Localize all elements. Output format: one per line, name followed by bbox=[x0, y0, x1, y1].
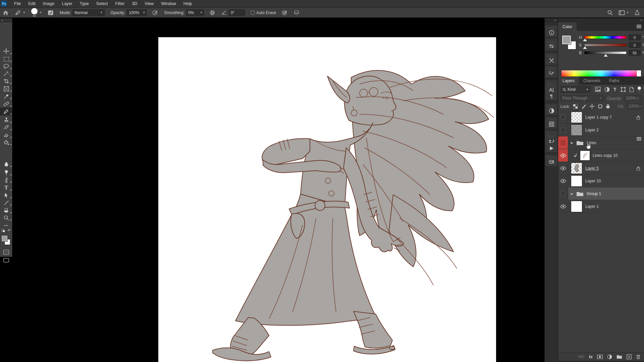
new-group-icon[interactable] bbox=[616, 355, 622, 359]
filter-adjustment-layers-icon[interactable] bbox=[604, 87, 610, 92]
brush-preset-picker[interactable]: 60 ▼ bbox=[29, 8, 45, 17]
actions-play-icon[interactable] bbox=[549, 146, 554, 151]
tool-object-selection[interactable] bbox=[0, 70, 12, 77]
swatches-panel-button[interactable] bbox=[545, 117, 557, 128]
tool-path-selection[interactable] bbox=[0, 191, 12, 199]
delete-layer-icon[interactable] bbox=[636, 354, 641, 359]
toolbar-grip[interactable] bbox=[0, 22, 12, 24]
menu-help[interactable]: Help bbox=[180, 0, 196, 7]
layer-filter-toggle[interactable] bbox=[637, 86, 641, 93]
foreground-color-swatch[interactable] bbox=[2, 236, 7, 241]
tool-clone-stamp[interactable] bbox=[0, 116, 12, 124]
quick-mask-button[interactable] bbox=[0, 248, 12, 256]
tool-zoom[interactable] bbox=[0, 214, 12, 222]
visibility-toggle[interactable] bbox=[558, 111, 568, 123]
tool-blur[interactable] bbox=[0, 160, 12, 168]
share-icon[interactable] bbox=[634, 10, 640, 16]
layer-thumbnail[interactable] bbox=[580, 150, 590, 161]
group-row[interactable]: ▶ Lines bbox=[558, 136, 644, 149]
menu-3d[interactable]: 3D bbox=[128, 0, 141, 7]
default-colors-icon[interactable] bbox=[1, 229, 5, 233]
tool-rotate-view[interactable] bbox=[0, 206, 12, 214]
group-row[interactable]: ▶ Group 1 bbox=[558, 187, 644, 200]
toggle-brush-panel-button[interactable] bbox=[45, 8, 57, 17]
visibility-toggle[interactable] bbox=[558, 149, 568, 162]
group-expand-chevron[interactable]: ▶ bbox=[571, 192, 573, 195]
layer-name[interactable]: Layer 10 bbox=[585, 179, 601, 183]
menu-filter[interactable]: Filter bbox=[112, 0, 128, 7]
menu-type[interactable]: Type bbox=[76, 0, 93, 7]
saturation-slider-thumb[interactable] bbox=[583, 46, 587, 49]
layer-row[interactable]: Lines copy 10 bbox=[558, 149, 644, 162]
menu-image[interactable]: Image bbox=[39, 0, 58, 7]
menu-window[interactable]: Window bbox=[157, 0, 179, 7]
tab-layers[interactable]: Layers bbox=[558, 76, 579, 85]
brush-settings-panel-button[interactable] bbox=[545, 39, 557, 50]
menu-select[interactable]: Select bbox=[93, 0, 112, 7]
layer-thumbnail[interactable] bbox=[571, 175, 582, 187]
auto-erase-checkbox[interactable] bbox=[251, 11, 255, 15]
tool-frame[interactable] bbox=[0, 85, 12, 93]
tool-move[interactable] bbox=[0, 47, 12, 55]
add-layer-mask-icon[interactable] bbox=[597, 355, 603, 359]
visibility-toggle[interactable] bbox=[558, 175, 568, 187]
tool-spot-healing-brush[interactable] bbox=[0, 100, 12, 108]
new-adjustment-layer-icon[interactable] bbox=[607, 354, 612, 359]
brushes-panel-button[interactable] bbox=[545, 66, 557, 77]
tool-history-brush[interactable] bbox=[0, 123, 12, 131]
fill-input[interactable]: 100% ▼ bbox=[627, 103, 641, 109]
screen-mode-button[interactable] bbox=[0, 256, 12, 264]
tool-rectangular-marquee[interactable] bbox=[0, 55, 12, 63]
toolbar-collapse-button[interactable]: » bbox=[0, 18, 12, 22]
layer-thumbnail[interactable] bbox=[571, 124, 582, 136]
layer-name[interactable]: Layer 1 bbox=[585, 204, 599, 209]
group-name[interactable]: Group 1 bbox=[587, 191, 601, 196]
panels-collapse-button[interactable]: » bbox=[558, 18, 644, 22]
layer-thumbnail[interactable] bbox=[571, 163, 582, 174]
layer-name[interactable]: Lines copy 10 bbox=[593, 153, 618, 158]
character-panel-button[interactable]: A| bbox=[549, 86, 554, 93]
photoshop-logo[interactable]: Ps bbox=[1, 1, 7, 7]
visibility-toggle[interactable] bbox=[558, 124, 568, 136]
smoothing-input[interactable]: 0% bbox=[186, 9, 199, 16]
tool-pencil[interactable] bbox=[0, 108, 12, 115]
workspace-switcher[interactable]: ▼ bbox=[619, 10, 629, 15]
dock-collapse-button[interactable]: « bbox=[545, 18, 558, 22]
layer-row[interactable]: Layer 10 bbox=[558, 175, 644, 187]
lock-artboard-icon[interactable] bbox=[598, 104, 603, 109]
info-panel-button[interactable] bbox=[545, 25, 557, 37]
link-layers-icon[interactable] bbox=[578, 355, 584, 359]
opacity-dropdown[interactable]: ▼ bbox=[142, 9, 147, 16]
menu-file[interactable]: File bbox=[10, 0, 24, 7]
new-layer-icon[interactable] bbox=[627, 354, 632, 359]
blend-mode-select[interactable]: Normal ▼ bbox=[72, 9, 105, 16]
tool-eraser[interactable] bbox=[0, 131, 12, 139]
tab-channels[interactable]: Channels bbox=[579, 76, 605, 85]
brightness-slider-thumb[interactable] bbox=[604, 54, 608, 57]
saturation-value[interactable]: 0 bbox=[629, 42, 641, 48]
tool-pen[interactable] bbox=[0, 176, 12, 184]
layer-row[interactable]: Layer 1 copy 7 bbox=[558, 111, 644, 124]
brush-angle-input[interactable]: 0° bbox=[229, 9, 245, 16]
blend-mode-select[interactable]: Pass Through ▼ bbox=[560, 95, 604, 101]
history-icon[interactable] bbox=[549, 138, 554, 143]
group-expand-chevron[interactable]: ▶ bbox=[571, 141, 573, 144]
paint-symmetry-button[interactable] bbox=[290, 8, 303, 17]
edit-toolbar-button[interactable]: ••• bbox=[0, 222, 12, 229]
visibility-toggle[interactable] bbox=[558, 200, 568, 213]
search-icon[interactable] bbox=[607, 10, 613, 16]
menu-view[interactable]: View bbox=[141, 0, 157, 7]
foreground-color-swatch[interactable] bbox=[562, 36, 571, 44]
smoothing-options-button[interactable] bbox=[207, 8, 218, 17]
hue-slider[interactable] bbox=[584, 36, 627, 39]
adjustments-panel-button[interactable] bbox=[545, 104, 557, 115]
tool-type[interactable]: T bbox=[0, 184, 12, 191]
auto-erase-toggle[interactable]: Auto Erase bbox=[248, 8, 279, 17]
hue-slider-thumb[interactable] bbox=[583, 39, 587, 41]
tool-preset-picker[interactable]: ▼ bbox=[12, 8, 28, 17]
tool-crop[interactable] bbox=[0, 77, 12, 85]
swap-colors-icon[interactable] bbox=[7, 229, 11, 233]
lock-position-icon[interactable] bbox=[589, 104, 595, 109]
smoothing-dropdown[interactable]: ▼ bbox=[199, 9, 204, 16]
filter-type-layers-icon[interactable]: T bbox=[613, 87, 616, 92]
